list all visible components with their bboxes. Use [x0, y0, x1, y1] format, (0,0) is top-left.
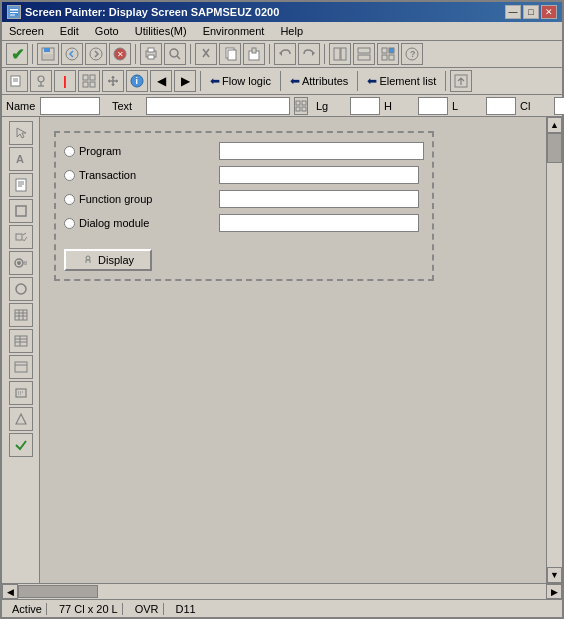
window-controls: — □ ✕	[505, 5, 557, 19]
svg-text:✕: ✕	[117, 50, 124, 59]
menu-help[interactable]: Help	[277, 24, 306, 38]
cl-input[interactable]	[554, 97, 564, 115]
l-input[interactable]	[486, 97, 516, 115]
attributes-button[interactable]: ⬅ Attributes	[285, 72, 353, 90]
main-content: A ✓	[2, 117, 562, 583]
h-scroll-track[interactable]	[18, 584, 546, 599]
svg-point-59	[17, 261, 21, 265]
menu-environment[interactable]: Environment	[200, 24, 268, 38]
stop-button[interactable]: ✕	[109, 43, 131, 65]
print-button[interactable]	[140, 43, 162, 65]
accept-tool[interactable]	[9, 433, 33, 457]
scroll-right-button[interactable]: ▶	[546, 584, 562, 599]
radio-tool[interactable]	[9, 251, 33, 275]
next-button[interactable]: ▶	[174, 70, 196, 92]
box-tool[interactable]	[9, 199, 33, 223]
svg-rect-19	[228, 50, 236, 60]
program-radio-label[interactable]: Program	[64, 145, 219, 157]
table-tool[interactable]	[9, 303, 33, 327]
check-button[interactable]: ✔	[6, 43, 28, 65]
image-tool[interactable]	[9, 355, 33, 379]
info-button[interactable]: i	[126, 70, 148, 92]
back-button[interactable]	[61, 43, 83, 65]
name-input[interactable]	[40, 97, 100, 115]
svg-rect-54	[16, 206, 26, 216]
maximize-button[interactable]: □	[523, 5, 539, 19]
program-input[interactable]	[219, 142, 424, 160]
undo-button[interactable]	[274, 43, 296, 65]
menu-screen[interactable]: Screen	[6, 24, 47, 38]
text-tool[interactable]: A	[9, 147, 33, 171]
scroll-down-button[interactable]: ▼	[547, 567, 562, 583]
dialog-module-radio[interactable]	[64, 218, 75, 229]
custom-tool[interactable]	[9, 381, 33, 405]
scroll-left-button[interactable]: ◀	[2, 584, 18, 599]
minimize-button[interactable]: —	[505, 5, 521, 19]
svg-point-62	[16, 284, 26, 294]
redo-button[interactable]	[298, 43, 320, 65]
toggle-button[interactable]	[377, 43, 399, 65]
menu-goto[interactable]: Goto	[92, 24, 122, 38]
cut-button[interactable]	[195, 43, 217, 65]
program-radio[interactable]	[64, 146, 75, 157]
attributes-label: Attributes	[302, 75, 348, 87]
scroll-thumb[interactable]	[547, 133, 562, 163]
cursor-tool[interactable]	[9, 121, 33, 145]
display-button[interactable]: Display	[64, 249, 152, 271]
scroll-up-button[interactable]: ▲	[547, 117, 562, 133]
export-button[interactable]	[450, 70, 472, 92]
scroll-track[interactable]	[547, 133, 562, 567]
flow-logic-button[interactable]: ⬅ Flow logic	[205, 72, 276, 90]
program-row: Program	[64, 141, 424, 161]
svg-rect-21	[252, 48, 256, 53]
copy-button[interactable]	[219, 43, 241, 65]
special-tool[interactable]	[9, 407, 33, 431]
paste-button[interactable]	[243, 43, 265, 65]
function-group-radio-label[interactable]: Function group	[64, 193, 219, 205]
menu-utilities[interactable]: Utilities(M)	[132, 24, 190, 38]
list-tool[interactable]	[9, 329, 33, 353]
save-button[interactable]	[37, 43, 59, 65]
dict-tool[interactable]	[9, 173, 33, 197]
split-v-button[interactable]	[329, 43, 351, 65]
close-button[interactable]: ✕	[541, 5, 557, 19]
element-list-button[interactable]: ⬅ Element list	[362, 72, 441, 90]
display-btn-area: Display	[64, 249, 424, 271]
menu-bar: Screen Edit Goto Utilities(M) Environmen…	[2, 22, 562, 41]
grid-small-button[interactable]	[294, 97, 308, 115]
svg-text:?: ?	[410, 49, 416, 59]
check-tool[interactable]: ✓	[9, 225, 33, 249]
function-group-input[interactable]	[219, 190, 419, 208]
dialog-module-radio-label[interactable]: Dialog module	[64, 217, 219, 229]
lg-input[interactable]	[350, 97, 380, 115]
menu-edit[interactable]: Edit	[57, 24, 82, 38]
move-button[interactable]	[102, 70, 124, 92]
text-input[interactable]	[146, 97, 290, 115]
h-input[interactable]	[418, 97, 448, 115]
pin-button[interactable]	[30, 70, 52, 92]
transaction-radio-label[interactable]: Transaction	[64, 169, 219, 181]
h-scroll-thumb[interactable]	[18, 585, 98, 598]
canvas-area[interactable]: Program Transaction	[40, 117, 546, 583]
transaction-radio[interactable]	[64, 170, 75, 181]
help-button[interactable]: ?	[401, 43, 423, 65]
search-button[interactable]	[164, 43, 186, 65]
svg-rect-50	[16, 179, 26, 191]
function-group-radio[interactable]	[64, 194, 75, 205]
edit-icon-button[interactable]	[6, 70, 28, 92]
circle-tool[interactable]	[9, 277, 33, 301]
grid-button[interactable]	[78, 70, 100, 92]
transaction-input[interactable]	[219, 166, 419, 184]
lock-button[interactable]: |	[54, 70, 76, 92]
separator1	[32, 44, 33, 64]
cl-label: Cl	[520, 100, 550, 112]
prev-button[interactable]: ◀	[150, 70, 172, 92]
dialog-module-input[interactable]	[219, 214, 419, 232]
split-h-button[interactable]	[353, 43, 375, 65]
nav-sep4	[445, 71, 446, 91]
svg-rect-41	[90, 82, 95, 87]
forward-button[interactable]	[85, 43, 107, 65]
display-icon	[82, 254, 94, 266]
title-bar-left: Screen Painter: Display Screen SAPMSEUZ …	[7, 5, 279, 19]
svg-rect-25	[358, 55, 370, 60]
